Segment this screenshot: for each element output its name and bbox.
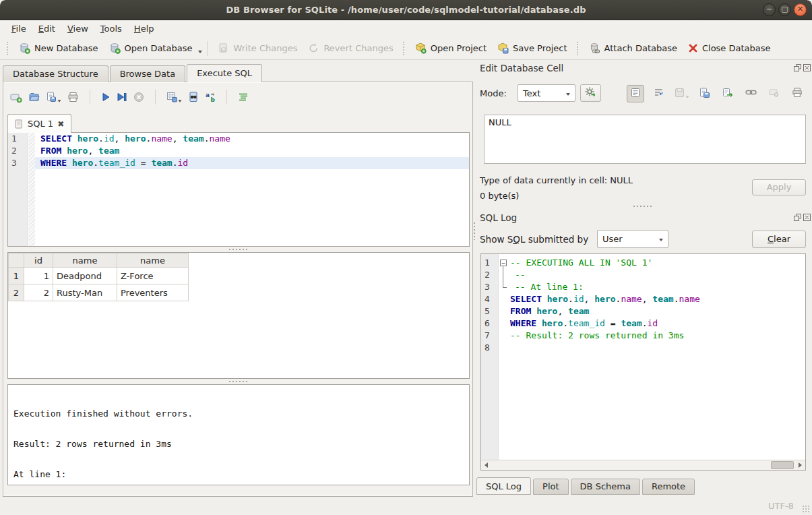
open-in-external-button[interactable] [742, 85, 759, 102]
results-grid[interactable]: id name name 1 1 Deadpond Z-Force 2 2 Ru… [7, 252, 470, 379]
sql-editor[interactable]: 1 2 3 SELECT hero.id, hero.name, team.na… [7, 132, 470, 247]
open-project-button[interactable]: Open Project [410, 40, 492, 57]
print-cell-button[interactable] [788, 85, 806, 102]
toolbar-drag-handle[interactable] [7, 42, 9, 55]
results-message-splitter[interactable] [7, 379, 470, 384]
scroll-left-icon[interactable] [481, 460, 491, 470]
execute-line-icon[interactable] [117, 92, 127, 102]
tab-db-schema[interactable]: DB Schema [571, 479, 640, 495]
log-line: 3 -- At line 1: [481, 281, 805, 293]
mode-combobox[interactable]: Text [518, 84, 575, 102]
menu-file[interactable]: File [5, 22, 32, 36]
export-results-icon[interactable] [166, 92, 182, 102]
save-as-button[interactable] [696, 85, 714, 102]
dock-close-icon[interactable] [803, 214, 811, 221]
cell-value-editor[interactable]: NULL [484, 115, 806, 164]
edit-cell-dock-title: Edit Database Cell [480, 63, 563, 73]
tab-remote[interactable]: Remote [642, 479, 695, 495]
dock-splitter[interactable] [480, 204, 806, 209]
save-sql-file-icon[interactable] [46, 92, 61, 102]
log-lines: 1 − -- EXECUTING ALL IN 'SQL 1' 2 -- 3 -… [481, 257, 805, 354]
menu-tools[interactable]: Tools [94, 22, 128, 36]
close-database-button[interactable]: Close Database [683, 40, 776, 56]
sql-1-tab[interactable]: SQL 1 ✖ [7, 114, 71, 133]
tab-browse-data[interactable]: Browse Data [110, 65, 186, 82]
open-sql-file-icon[interactable] [28, 92, 40, 102]
sql-line: SELECT hero.id, hero.name, team.name [35, 133, 469, 145]
word-wrap-icon [654, 88, 664, 99]
window-controls: − ▢ ✕ [763, 3, 807, 16]
resize-grip[interactable] [801, 504, 810, 513]
row-header[interactable]: 1 [9, 268, 24, 284]
log-line: 8 [481, 342, 805, 354]
menu-edit[interactable]: Edit [32, 22, 61, 36]
column-header-name[interactable]: name [53, 253, 117, 268]
find-icon[interactable] [188, 92, 199, 102]
dock-float-icon[interactable] [794, 214, 801, 221]
menu-view[interactable]: View [61, 22, 94, 36]
find-replace-icon[interactable]: ab [205, 92, 216, 102]
close-button[interactable]: ✕ [794, 3, 807, 16]
sql-tab-close-icon[interactable]: ✖ [57, 120, 64, 128]
minimize-button[interactable]: − [763, 3, 776, 16]
sql-log-view[interactable]: 1 − -- EXECUTING ALL IN 'SQL 1' 2 -- 3 -… [480, 253, 806, 471]
text-mode-button[interactable] [627, 85, 644, 102]
attach-database-button[interactable]: Attach Database [584, 40, 683, 57]
column-header-name-2[interactable]: name [117, 253, 189, 268]
remove-disabled-icon [769, 88, 779, 99]
log-line: 7 -- Result: 2 rows returned in 3ms [481, 330, 805, 342]
open-database-dropdown[interactable] [198, 51, 202, 53]
mode-label: Mode: [480, 88, 507, 98]
cell-team-name[interactable]: Z-Force [117, 268, 189, 284]
format-sql-icon[interactable] [238, 92, 249, 102]
tab-plot[interactable]: Plot [533, 479, 569, 495]
title-bar[interactable]: DB Browser for SQLite - /home/user/code/… [0, 0, 812, 20]
auto-switch-mode-button[interactable] [580, 84, 601, 102]
log-horizontal-scrollbar[interactable] [481, 460, 805, 470]
column-header-id[interactable]: id [24, 253, 53, 268]
cell-hero-name[interactable]: Deadpond [53, 268, 117, 284]
save-sql-dropdown[interactable] [57, 100, 61, 102]
tab-sql-log[interactable]: SQL Log [476, 477, 531, 495]
clear-log-button[interactable]: Clear [752, 231, 806, 248]
editor-results-splitter[interactable] [7, 247, 470, 252]
dock-float-icon[interactable] [794, 64, 801, 71]
cell-id[interactable]: 2 [24, 284, 53, 301]
log-line: 1 − -- EXECUTING ALL IN 'SQL 1' [481, 257, 805, 269]
table-row: 2 2 Rusty-Man Preventers [9, 284, 189, 301]
tab-database-structure[interactable]: Database Structure [3, 65, 108, 82]
fold-marker-collapse[interactable]: − [499, 257, 509, 269]
revert-changes-button: Revert Changes [303, 40, 398, 57]
menu-help[interactable]: Help [128, 22, 160, 36]
table-row: 1 1 Deadpond Z-Force [9, 268, 189, 284]
save-project-button[interactable]: Save Project [492, 40, 573, 57]
open-sql-tab-icon[interactable] [10, 92, 22, 103]
import-cell-button[interactable] [719, 85, 737, 102]
open-database-button[interactable]: Open Database [104, 40, 198, 57]
maximize-button[interactable]: ▢ [778, 3, 791, 16]
row-header[interactable]: 2 [9, 284, 24, 301]
toolbar-drag-handle[interactable] [577, 42, 580, 55]
editor-code-area[interactable]: SELECT hero.id, hero.name, team.name FRO… [35, 133, 469, 169]
cell-team-name[interactable]: Preventers [117, 284, 189, 301]
svg-text:a: a [206, 92, 210, 98]
scroll-right-icon[interactable] [795, 460, 805, 470]
execute-all-icon[interactable] [101, 92, 111, 102]
log-filter-combobox[interactable]: User [597, 230, 668, 248]
dock-close-icon[interactable] [803, 64, 811, 71]
chevron-down-icon [659, 239, 663, 241]
sql-log-dock-title: SQL Log [480, 212, 517, 223]
tab-execute-sql[interactable]: Execute SQL [187, 64, 262, 82]
export-dropdown[interactable] [178, 100, 181, 102]
toolbar-drag-handle[interactable] [403, 42, 406, 55]
new-database-button[interactable]: New Database [13, 40, 104, 57]
cell-id[interactable]: 1 [24, 268, 53, 284]
set-null-button-disabled [766, 85, 783, 102]
vertical-pane-splitter[interactable] [474, 222, 475, 240]
cell-hero-name[interactable]: Rusty-Man [53, 284, 117, 301]
scrollbar-thumb[interactable] [771, 461, 794, 469]
print-sql-icon[interactable] [67, 92, 79, 102]
execution-message-box[interactable]: Execution finished without errors. Resul… [7, 384, 470, 485]
log-line: 6 WHERE hero.team_id = team.id [481, 317, 805, 330]
word-wrap-button[interactable] [650, 85, 667, 102]
